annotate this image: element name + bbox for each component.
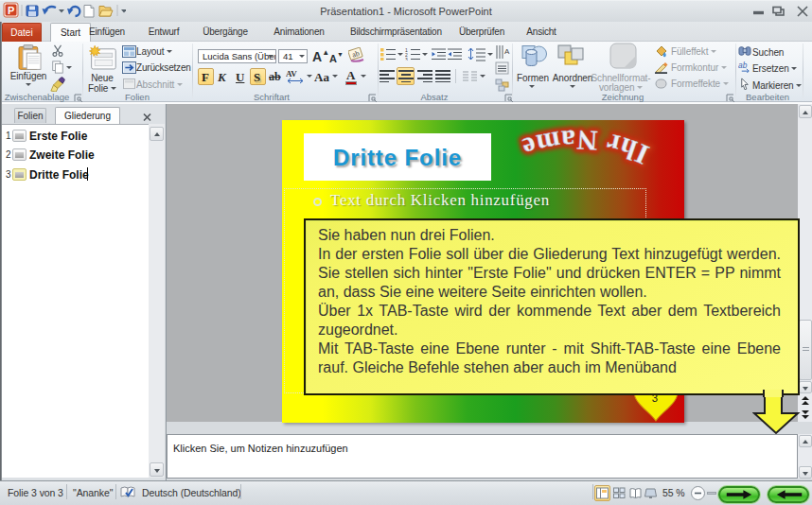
- svg-text:A: A: [504, 47, 510, 56]
- svg-text:ab: ab: [738, 61, 748, 70]
- svg-text:AV: AV: [286, 69, 297, 78]
- svg-text:Ihr Name: Ihr Name: [514, 116, 655, 172]
- svg-text:3: 3: [405, 57, 408, 61]
- svg-text:P: P: [8, 5, 14, 16]
